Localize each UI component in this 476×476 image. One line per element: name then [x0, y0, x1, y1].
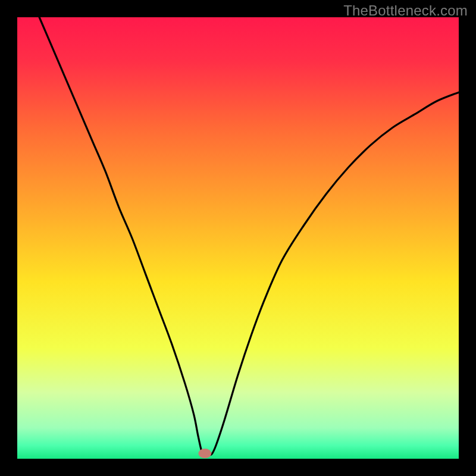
plot-background [17, 17, 459, 459]
watermark-text: TheBottleneck.com [343, 2, 468, 19]
optimal-marker [198, 449, 211, 458]
chart-frame: TheBottleneck.com [0, 0, 476, 476]
bottleneck-chart [0, 0, 476, 476]
